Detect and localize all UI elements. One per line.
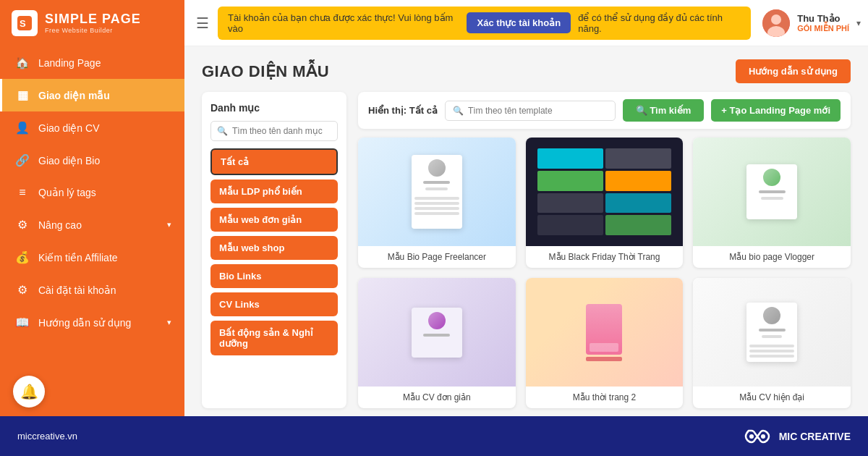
template-card-black-friday[interactable]: Mẫu Black Friday Thời Trang [526, 138, 684, 268]
sidebar-label: Quản lý tags [38, 187, 171, 198]
sidebar-label: Nâng cao [38, 219, 158, 231]
hamburger-icon[interactable]: ☰ [196, 14, 209, 32]
sidebar-item-giao-dien-cv[interactable]: 👤 Giao diện CV [0, 111, 184, 144]
search-icon: 🔍 [217, 126, 228, 136]
filter-templates-area: Danh mục 🔍 Tất cả Mẫu LDP phổ biến Mẫu w… [184, 92, 868, 416]
category-item-tat-ca[interactable]: Tất cả [210, 148, 338, 175]
affiliate-icon: 💰 [15, 250, 30, 264]
sidebar-item-quan-ly-tags[interactable]: ≡ Quản lý tags [0, 177, 184, 208]
chevron-down-icon[interactable]: ▾ [856, 18, 861, 28]
logo-title: SIMPLE PAGE [45, 12, 141, 28]
top-header: S SIMPLE PAGE Free Website Builder ☰ Tài… [0, 0, 868, 46]
page-title: GIAO DIỆN MẪU [202, 62, 329, 81]
grid-icon: ▦ [15, 88, 30, 102]
logo-icon: S [12, 10, 38, 36]
template-name: Mẫu CV hiện đại [693, 387, 851, 408]
arrow-icon: ▾ [167, 318, 171, 327]
template-card-cv-1[interactable]: Mẫu CV đơn giản [358, 278, 516, 408]
logo-subtitle: Free Website Builder [45, 27, 141, 34]
user-plan: GÓI MIỄN PHÍ [797, 24, 849, 33]
mic-creative-icon [743, 428, 772, 445]
gear-icon: ⚙ [15, 283, 30, 297]
notification-bell-button[interactable]: 🔔 [13, 376, 45, 408]
template-card-cv-2[interactable]: Mẫu CV hiện đại [693, 278, 851, 408]
footer-site: miccreative.vn [17, 431, 77, 442]
user-info: Thu Thảo GÓI MIỄN PHÍ [797, 13, 849, 33]
footer-brand-name: MIC CREATIVE [779, 431, 851, 442]
settings-icon: ⚙ [15, 218, 30, 232]
search-button[interactable]: 🔍 Tìm kiếm [623, 99, 705, 122]
sidebar-item-kiem-tien[interactable]: 💰 Kiếm tiền Affiliate [0, 241, 184, 274]
avatar [762, 9, 790, 37]
arrow-icon: ▾ [167, 220, 171, 229]
template-name: Mẫu Black Friday Thời Trang [526, 246, 684, 268]
main-layout: 🏠 Landing Page ▦ Giao diện mẫu 👤 Giao di… [0, 46, 868, 416]
sidebar-item-huong-dan[interactable]: 📖 Hướng dẫn sử dụng ▾ [0, 306, 184, 339]
guide-button[interactable]: Hướng dẫn sử dụng [736, 59, 851, 83]
template-search-box[interactable]: 🔍 [445, 101, 616, 121]
notification-message: Tài khoản của bạn chưa được xác thực! Vu… [228, 12, 459, 34]
template-thumbnail [526, 138, 684, 246]
sidebar-item-nang-cao[interactable]: ⚙ Nâng cao ▾ [0, 208, 184, 241]
sidebar-item-landing-page[interactable]: 🏠 Landing Page [0, 46, 184, 79]
content-header: GIAO DIỆN MẪU Hướng dẫn sử dụng [184, 46, 868, 92]
category-item-mau-ldp[interactable]: Mẫu LDP phổ biến [210, 180, 338, 203]
template-card-fashion-2[interactable]: Mẫu thời trang 2 [526, 278, 684, 408]
template-thumbnail [358, 278, 516, 387]
category-title: Danh mục [210, 102, 338, 114]
cv-icon: 👤 [15, 121, 30, 135]
notification-bell-area: 🔔 [0, 367, 184, 416]
template-thumbnail [693, 278, 851, 387]
footer-brand: MIC CREATIVE [743, 428, 851, 445]
header-middle: ☰ Tài khoản của bạn chưa được xác thực! … [184, 7, 762, 40]
sidebar-label: Giao diện Bio [38, 155, 171, 166]
category-item-bio-links[interactable]: Bio Links [210, 264, 338, 288]
sidebar-label: Landing Page [38, 57, 171, 69]
template-card-bio-vlogger[interactable]: Mẫu bio page Vlogger [693, 138, 851, 268]
create-button[interactable]: + Tạo Landing Page mới [711, 99, 841, 122]
svg-point-5 [749, 434, 754, 439]
svg-text:S: S [20, 18, 26, 29]
filter-label: Hiển thị: Tất cả [368, 105, 438, 116]
sidebar-label: Hướng dẫn sử dụng [38, 317, 158, 329]
category-item-mau-web-don-gian[interactable]: Mẫu web đơn giản [210, 208, 338, 232]
search-icon: 🔍 [453, 106, 464, 116]
notification-bar: Tài khoản của bạn chưa được xác thực! Vu… [218, 7, 751, 40]
category-search-box[interactable]: 🔍 [210, 121, 338, 141]
svg-point-6 [761, 434, 765, 439]
template-name: Mẫu thời trang 2 [526, 387, 684, 408]
svg-point-3 [771, 14, 781, 25]
home-icon: 🏠 [15, 56, 30, 69]
category-panel: Danh mục 🔍 Tất cả Mẫu LDP phổ biến Mẫu w… [202, 92, 346, 408]
templates-header: Hiển thị: Tất cả 🔍 🔍 Tìm kiếm + Tạo Land… [358, 92, 851, 129]
sidebar-item-giao-dien-bio[interactable]: 🔗 Giao diện Bio [0, 144, 184, 177]
user-name: Thu Thảo [797, 13, 849, 24]
template-thumbnail [526, 278, 684, 387]
templates-panel: Hiển thị: Tất cả 🔍 🔍 Tìm kiếm + Tạo Land… [358, 92, 851, 408]
template-name: Mẫu bio page Vlogger [693, 246, 851, 268]
sidebar-label: Giao diện mẫu [38, 90, 171, 101]
sidebar: 🏠 Landing Page ▦ Giao diện mẫu 👤 Giao di… [0, 46, 184, 416]
category-item-bat-dong-san[interactable]: Bất động sản & Nghỉ dưỡng [210, 321, 338, 355]
template-search-input[interactable] [468, 106, 608, 116]
template-grid: Mẫu Bio Page Freelancer [358, 138, 851, 408]
category-item-mau-web-shop[interactable]: Mẫu web shop [210, 236, 338, 260]
template-thumbnail [358, 138, 516, 246]
category-search-input[interactable] [232, 126, 341, 136]
content: GIAO DIỆN MẪU Hướng dẫn sử dụng Danh mục… [184, 46, 868, 416]
guide-icon: 📖 [15, 316, 30, 329]
template-name: Mẫu CV đơn giản [358, 387, 516, 408]
notification-suffix: để có thể sử dụng đầy đủ các tính năng. [578, 12, 741, 34]
template-name: Mẫu Bio Page Freelancer [358, 246, 516, 268]
sidebar-label: Kiếm tiền Affiliate [38, 252, 171, 263]
bell-icon: 🔔 [20, 383, 38, 400]
template-thumbnail [693, 138, 851, 246]
tags-icon: ≡ [15, 186, 30, 199]
template-card-bio-freelancer[interactable]: Mẫu Bio Page Freelancer [358, 138, 516, 268]
sidebar-item-cai-dat[interactable]: ⚙ Cài đặt tài khoản [0, 274, 184, 306]
verify-button[interactable]: Xác thực tài khoản [467, 12, 571, 33]
category-item-cv-links[interactable]: CV Links [210, 292, 338, 316]
logo-area: S SIMPLE PAGE Free Website Builder [0, 0, 184, 46]
sidebar-item-giao-dien-mau[interactable]: ▦ Giao diện mẫu [0, 79, 184, 111]
user-area: Thu Thảo GÓI MIỄN PHÍ ▾ [762, 9, 868, 37]
